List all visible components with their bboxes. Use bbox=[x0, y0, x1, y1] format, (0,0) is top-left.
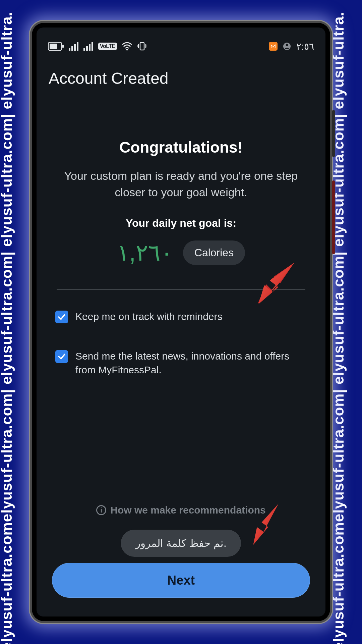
congrats-heading: Congratulations! bbox=[55, 138, 307, 156]
recommendations-label: How we make recommendations bbox=[110, 504, 265, 516]
svg-marker-21 bbox=[258, 284, 272, 304]
checkbox-news-offers[interactable]: Send me the latest news, innovations and… bbox=[55, 350, 307, 377]
status-bar: VoLTE ٢:٥٦ bbox=[37, 28, 325, 56]
svg-rect-5 bbox=[74, 44, 76, 51]
checkbox-checked-icon bbox=[55, 350, 68, 363]
checkbox-reminders[interactable]: Keep me on track with reminders bbox=[55, 310, 307, 324]
svg-marker-19 bbox=[260, 263, 294, 302]
goal-label: Your daily net goal is: bbox=[55, 217, 307, 229]
password-saved-toast: تم حفظ كلمة المرور. bbox=[121, 530, 241, 557]
svg-rect-1 bbox=[62, 45, 64, 48]
power-button bbox=[332, 110, 335, 157]
annotation-arrow-icon bbox=[251, 259, 298, 306]
svg-rect-8 bbox=[86, 46, 88, 51]
checkbox-checked-icon bbox=[55, 311, 68, 323]
checkbox-list: Keep me on track with reminders Send me … bbox=[55, 310, 307, 377]
svg-rect-3 bbox=[69, 48, 70, 51]
phone-frame: VoLTE ٢:٥٦ Account Created bbox=[32, 23, 330, 621]
volume-button bbox=[332, 180, 335, 254]
next-button[interactable]: Next bbox=[52, 563, 310, 598]
goal-value: ١,٢٦٠ bbox=[117, 239, 173, 266]
battery-icon bbox=[48, 42, 64, 51]
calories-unit-button[interactable]: Calories bbox=[183, 240, 245, 265]
status-left: VoLTE bbox=[48, 41, 147, 51]
svg-marker-22 bbox=[258, 263, 294, 304]
page-title: Account Created bbox=[37, 56, 325, 88]
congrats-block: Congratulations! Your custom plan is rea… bbox=[55, 138, 307, 266]
svg-rect-2 bbox=[50, 44, 57, 49]
svg-rect-7 bbox=[83, 48, 85, 51]
goal-row: ١,٢٦٠ Calories bbox=[55, 239, 307, 266]
svg-rect-9 bbox=[89, 44, 90, 51]
notification-app-icon bbox=[269, 42, 278, 51]
congrats-subtext: Your custom plan is ready and you're one… bbox=[55, 168, 307, 201]
signal-icon-2 bbox=[83, 42, 94, 51]
svg-point-11 bbox=[126, 49, 128, 51]
svg-rect-6 bbox=[77, 42, 78, 51]
signal-icon bbox=[69, 42, 79, 51]
vibrate-icon bbox=[137, 41, 147, 51]
watermark-text: elyusuf-ultra.comelyusuf-ultra.com| elyu… bbox=[0, 12, 15, 644]
phone-screen: VoLTE ٢:٥٦ Account Created bbox=[37, 28, 325, 616]
divider bbox=[57, 289, 305, 290]
svg-rect-10 bbox=[92, 42, 93, 51]
watermark-right: elyusuf-ultra.comelyusuf-ultra.com| elyu… bbox=[332, 0, 362, 644]
checkbox-label: Send me the latest news, innovations and… bbox=[75, 350, 307, 377]
notification-shield-icon bbox=[282, 42, 292, 51]
svg-rect-4 bbox=[71, 46, 73, 51]
content-area: Congratulations! Your custom plan is rea… bbox=[37, 98, 325, 616]
watermark-text: elyusuf-ultra.comelyusuf-ultra.com| elyu… bbox=[332, 12, 347, 644]
wifi-icon bbox=[122, 42, 132, 51]
status-clock: ٢:٥٦ bbox=[296, 41, 314, 52]
info-icon: i bbox=[96, 505, 106, 515]
recommendations-link[interactable]: i How we make recommendations bbox=[37, 504, 325, 516]
svg-point-18 bbox=[286, 44, 288, 46]
next-button-label: Next bbox=[167, 573, 195, 588]
checkbox-label: Keep me on track with reminders bbox=[75, 310, 223, 324]
status-right: ٢:٥٦ bbox=[269, 41, 314, 52]
volte-badge: VoLTE bbox=[98, 43, 117, 50]
watermark-left: elyusuf-ultra.comelyusuf-ultra.com| elyu… bbox=[0, 0, 30, 644]
svg-rect-12 bbox=[140, 43, 144, 50]
